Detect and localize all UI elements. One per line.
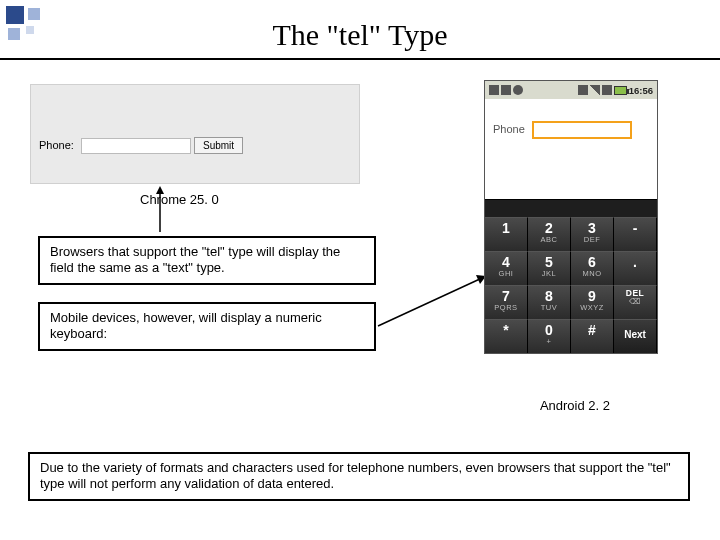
title-rule — [0, 58, 720, 60]
corner-decoration — [6, 6, 56, 56]
page-title: The "tel" Type — [0, 18, 720, 52]
android-phone-input — [532, 121, 632, 139]
status-icon — [578, 85, 588, 95]
keypad-key: Next — [614, 319, 657, 353]
keypad-key: * — [485, 319, 528, 353]
android-suggestion-bar — [485, 199, 657, 217]
keypad-key: . — [614, 251, 657, 285]
keypad-key: 4GHI — [485, 251, 528, 285]
keypad-key: 1 — [485, 217, 528, 251]
keypad-key: 8TUV — [528, 285, 571, 319]
android-caption: Android 2. 2 — [540, 398, 610, 413]
callout-desktop: Browsers that support the "tel" type wil… — [38, 236, 376, 285]
android-keypad: 12ABC3DEF-4GHI5JKL6MNO.7PQRS8TUV9WXYZDEL… — [485, 217, 657, 353]
chrome-submit-button: Submit — [194, 137, 243, 154]
chrome-phone-label: Phone: — [39, 139, 74, 151]
chrome-phone-input — [81, 138, 191, 154]
callout-mobile: Mobile devices, however, will display a … — [38, 302, 376, 351]
keypad-key: 5JKL — [528, 251, 571, 285]
status-icon — [489, 85, 499, 95]
android-phone-label: Phone — [493, 123, 525, 135]
keypad-key: 3DEF — [571, 217, 614, 251]
android-screenshot: 16:56 Phone 12ABC3DEF-4GHI5JKL6MNO.7PQRS… — [484, 80, 658, 354]
signal-icon — [590, 85, 600, 95]
status-icon — [602, 85, 612, 95]
chrome-screenshot: Phone: Submit — [30, 84, 360, 184]
status-icon — [501, 85, 511, 95]
keypad-key: 6MNO — [571, 251, 614, 285]
battery-icon — [614, 86, 627, 95]
chrome-caption: Chrome 25. 0 — [140, 192, 219, 207]
keypad-key: 0+ — [528, 319, 571, 353]
keypad-key: 7PQRS — [485, 285, 528, 319]
keypad-key: # — [571, 319, 614, 353]
svg-line-2 — [378, 278, 482, 326]
keypad-key: DEL⌫ — [614, 285, 657, 319]
status-icon — [513, 85, 523, 95]
android-status-bar: 16:56 — [485, 81, 657, 99]
android-browser-area: Phone — [485, 99, 657, 199]
clock: 16:56 — [629, 85, 653, 96]
keypad-key: - — [614, 217, 657, 251]
keypad-key: 2ABC — [528, 217, 571, 251]
keypad-key: 9WXYZ — [571, 285, 614, 319]
callout-footer: Due to the variety of formats and charac… — [28, 452, 690, 501]
